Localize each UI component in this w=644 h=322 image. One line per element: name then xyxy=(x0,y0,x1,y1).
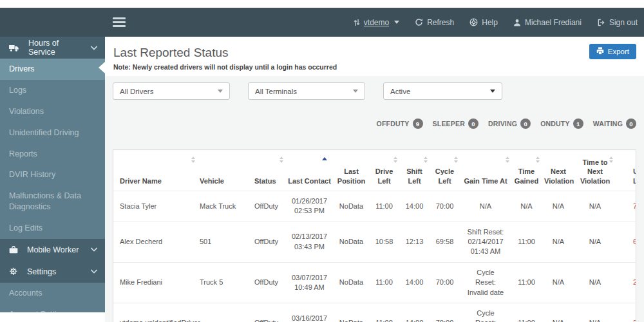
cell-gain_time_at: Shift Reset: 02/14/2017 01:43 AM xyxy=(460,222,511,262)
sidebar-item-logs[interactable]: Logs xyxy=(0,80,105,101)
cell-last_contact: 01/26/2017 02:53 PM xyxy=(285,191,334,222)
table-row: Alex Decherd501OffDuty02/13/2017 03:43 P… xyxy=(113,222,636,262)
cell-driver_name: vtdemo.unidentifiedDriver xyxy=(113,303,197,322)
cell-status: OffDuty xyxy=(252,222,285,262)
column-header-uncertified_logs: Uncertified Logs xyxy=(615,150,636,191)
badge-count: 0 xyxy=(468,118,478,129)
sidebar-item-dvir-history[interactable]: DVIR History xyxy=(0,164,105,185)
michael-frediani-menu-item[interactable]: Michael Frediani xyxy=(513,18,582,27)
hamburger-menu-icon[interactable] xyxy=(113,17,126,29)
cell-drive_left: 11:00 xyxy=(369,191,399,222)
cell-time_to_next_violation: N/A xyxy=(575,222,615,262)
account-name: vtdemo xyxy=(364,18,389,27)
cell-cycle_left: 70:00 xyxy=(430,303,460,322)
sort-icon xyxy=(506,156,509,163)
sort-icon xyxy=(191,156,195,163)
export-button-label: Export xyxy=(608,48,629,55)
table-body: Stacia TylerMack TruckOffDuty01/26/2017 … xyxy=(113,191,636,322)
cell-next_violation: N/A xyxy=(542,262,575,303)
refresh-menu-item[interactable]: Refresh xyxy=(415,18,454,27)
badge-count: 1 xyxy=(573,118,583,129)
cell-cycle_left: 70:00 xyxy=(430,262,460,303)
column-header-driver_name[interactable]: Driver Name xyxy=(113,150,197,191)
cell-status: OffDuty xyxy=(252,262,285,303)
cell-last_contact: 02/13/2017 03:43 PM xyxy=(285,222,334,262)
sidebar-item-malfunctions-data-diagnostics[interactable]: Malfunctions & Data Diagnostics xyxy=(0,185,105,218)
column-header-time_to_next_violation[interactable]: Time to Next Violation xyxy=(575,150,615,191)
sign-out-menu-item[interactable]: Sign out xyxy=(597,18,638,27)
chevron-down-icon xyxy=(91,247,97,252)
account-selector[interactable]: vtdemo xyxy=(354,18,399,27)
badge-count: 0 xyxy=(626,118,636,129)
sidebar-item-hours-of-service[interactable]: Hours of Service xyxy=(0,37,105,59)
cell-shift_left: 14:00 xyxy=(399,303,430,322)
sidebar-item-unidentified-driving[interactable]: Unidentified Driving xyxy=(0,122,105,144)
column-header-status[interactable]: Status xyxy=(252,150,285,191)
column-header-time_gained[interactable]: Time Gained xyxy=(511,150,542,191)
filter-row: All DriversAll TerminalsActive xyxy=(113,82,520,100)
chevron-down-icon xyxy=(394,21,399,24)
cell-next_violation: N/A xyxy=(542,222,575,262)
chevron-down-icon xyxy=(218,90,223,93)
sort-arrows-icon xyxy=(354,19,360,26)
column-header-drive_left[interactable]: Drive Left xyxy=(369,150,399,191)
table-row: Stacia TylerMack TruckOffDuty01/26/2017 … xyxy=(113,191,636,222)
cell-drive_left: 11:00 xyxy=(369,303,399,322)
page-note: Note: Newly created drivers will not dis… xyxy=(113,63,337,71)
cell-vehicle: 501 xyxy=(197,222,252,262)
cell-vehicle: Truck 5 xyxy=(197,262,252,303)
cell-driver_name: Stacia Tyler xyxy=(113,191,197,222)
cell-uncertified_logs: 2 xyxy=(615,262,636,303)
sidebar-item-settings[interactable]: Settings xyxy=(0,261,105,283)
sidebar-item-drivers[interactable]: Drivers xyxy=(0,59,105,80)
cell-last_position: NoData xyxy=(334,303,369,322)
sort-icon xyxy=(536,156,540,163)
sidebar-item-account-settings[interactable]: Account Settings xyxy=(0,304,105,312)
top-bar: vtdemo RefreshHelpMichael FredianiSign o… xyxy=(0,8,644,37)
cell-uncertified_logs: 2 xyxy=(615,303,636,322)
export-button[interactable]: Export xyxy=(589,44,636,59)
cell-driver_name: Alex Decherd xyxy=(113,222,197,262)
badge-offduty: OFFDUTY9 xyxy=(377,118,423,129)
help-icon xyxy=(469,18,478,26)
all-drivers-dropdown[interactable]: All Drivers xyxy=(113,82,230,100)
printer-icon xyxy=(596,47,604,56)
cell-uncertified_logs: 6 xyxy=(615,222,636,262)
column-header-gain_time_at[interactable]: Gain Time At xyxy=(460,150,511,191)
sidebar-item-reports[interactable]: Reports xyxy=(0,144,105,165)
cell-next_violation: N/A xyxy=(542,191,575,222)
cell-last_contact: 03/16/2017 11:44 AM xyxy=(285,303,334,322)
cell-next_violation: N/A xyxy=(542,303,575,322)
active-dropdown[interactable]: Active xyxy=(383,82,502,100)
cell-gain_time_at: Cycle Reset: Invalid date xyxy=(460,262,511,303)
cell-gain_time_at: Cycle Reset: Invalid date xyxy=(460,303,511,322)
badge-onduty: ONDUTY1 xyxy=(540,118,583,129)
column-header-vehicle: Vehicle xyxy=(197,150,252,191)
page-title: Last Reported Status xyxy=(113,46,229,60)
main-content: Last Reported Status Note: Newly created… xyxy=(105,37,644,322)
drivers-table-card: Driver NameVehicleStatusLast ContactLast… xyxy=(113,149,636,322)
column-header-last_contact[interactable]: Last Contact xyxy=(285,150,334,191)
badge-driving: DRIVING0 xyxy=(488,118,531,129)
sidebar-item-accounts[interactable]: Accounts xyxy=(0,283,105,304)
cell-cycle_left: 69:58 xyxy=(430,222,460,262)
cell-cycle_left: 70:00 xyxy=(430,191,460,222)
column-header-shift_left[interactable]: Shift Left xyxy=(399,150,430,191)
cell-uncertified_logs: 7 xyxy=(615,191,636,222)
sidebar-item-log-edits[interactable]: Log Edits xyxy=(0,218,105,239)
cell-time_gained: N/A xyxy=(511,191,542,222)
cell-shift_left: 12:13 xyxy=(399,222,430,262)
sort-icon xyxy=(424,156,428,163)
help-menu-item[interactable]: Help xyxy=(469,18,498,27)
sort-ascending-icon xyxy=(322,157,327,160)
cell-shift_left: 14:00 xyxy=(399,191,430,222)
sidebar-item-mobile-worker[interactable]: Mobile Worker xyxy=(0,239,105,261)
sidebar-item-violations[interactable]: Violations xyxy=(0,101,105,122)
cell-last_contact: 03/07/2017 10:49 AM xyxy=(285,262,334,303)
all-terminals-dropdown[interactable]: All Terminals xyxy=(248,82,365,100)
cell-shift_left: 14:00 xyxy=(399,262,430,303)
refresh-icon xyxy=(415,18,423,26)
column-header-cycle_left[interactable]: Cycle Left xyxy=(430,150,460,191)
cell-drive_left: 10:58 xyxy=(369,222,399,262)
column-header-last_position: Last Position xyxy=(334,150,369,191)
